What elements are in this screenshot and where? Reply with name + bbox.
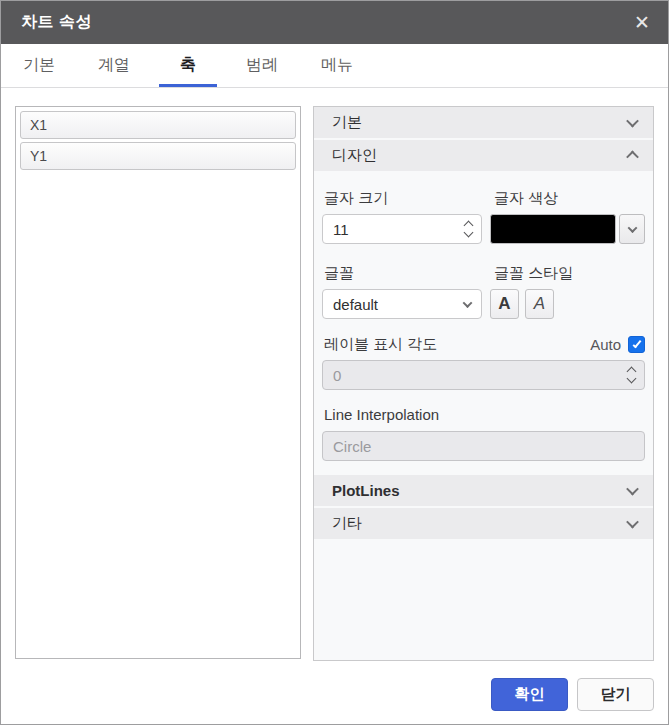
spinner-down-icon[interactable] — [464, 228, 474, 238]
axis-list-item-y1[interactable]: Y1 — [20, 142, 296, 170]
accordion-header-design[interactable]: 디자인 — [314, 140, 653, 173]
chevron-down-icon — [627, 223, 637, 233]
chevron-up-icon — [626, 151, 639, 164]
chart-properties-dialog: 차트 속성 ✕ 기본 계열 축 범례 메뉴 X1 Y1 기본 디자인 — [0, 0, 669, 725]
font-size-label: 글자 크기 — [324, 189, 484, 207]
font-family-select[interactable]: default — [322, 289, 482, 319]
tab-axis[interactable]: 축 — [159, 44, 217, 87]
accordion-header-basic[interactable]: 기본 — [314, 107, 653, 140]
dialog-title: 차트 속성 — [21, 12, 92, 33]
font-family-label: 글꼴 — [324, 264, 484, 282]
tab-series[interactable]: 계열 — [84, 44, 144, 87]
dialog-footer: 확인 닫기 — [1, 661, 668, 725]
axis-list: X1 Y1 — [15, 106, 301, 659]
design-section-content: 글자 크기 글자 색상 — [314, 173, 653, 475]
color-dropdown-button[interactable] — [619, 214, 645, 244]
accordion-header-etc[interactable]: 기타 — [314, 508, 653, 541]
font-color-picker — [490, 214, 645, 244]
spinner-down-icon[interactable] — [627, 374, 637, 384]
tab-bar: 기본 계열 축 범례 메뉴 — [1, 44, 668, 88]
label-angle-stepper — [322, 360, 645, 390]
tab-basic[interactable]: 기본 — [9, 44, 69, 87]
line-interpolation-label: Line Interpolation — [324, 406, 645, 424]
tab-menu[interactable]: 메뉴 — [307, 44, 367, 87]
chevron-down-icon — [626, 516, 639, 529]
title-bar: 차트 속성 ✕ — [1, 1, 668, 44]
check-icon — [632, 338, 641, 347]
close-button[interactable]: 닫기 — [577, 678, 654, 711]
label-angle-label: 레이블 표시 각도 — [324, 335, 437, 353]
ok-button[interactable]: 확인 — [491, 678, 568, 711]
italic-button[interactable]: A — [525, 289, 554, 319]
font-family-value: default — [333, 296, 378, 313]
chevron-down-icon — [463, 298, 473, 308]
font-size-input[interactable] — [322, 214, 482, 244]
label-angle-spinner[interactable] — [628, 360, 635, 390]
auto-checkbox[interactable] — [628, 336, 645, 353]
dialog-body: X1 Y1 기본 디자인 글자 크기 글자 색상 — [1, 88, 668, 661]
font-style-label: 글꼴 스타일 — [494, 264, 645, 282]
accordion-header-plotlines[interactable]: PlotLines — [314, 475, 653, 508]
bold-button[interactable]: A — [490, 289, 519, 319]
auto-label: Auto — [590, 336, 621, 353]
color-swatch[interactable] — [490, 214, 616, 244]
line-interpolation-input[interactable] — [322, 431, 645, 461]
label-angle-input[interactable] — [322, 360, 645, 390]
chevron-down-icon — [626, 483, 639, 496]
font-size-stepper — [322, 214, 482, 244]
tab-legend[interactable]: 범례 — [232, 44, 292, 87]
chevron-down-icon — [626, 115, 639, 128]
font-size-spinner[interactable] — [465, 214, 472, 244]
properties-panel: 기본 디자인 글자 크기 글자 색상 — [313, 106, 654, 661]
axis-list-item-x1[interactable]: X1 — [20, 111, 296, 139]
font-color-label: 글자 색상 — [494, 189, 645, 207]
close-icon[interactable]: ✕ — [634, 13, 650, 32]
